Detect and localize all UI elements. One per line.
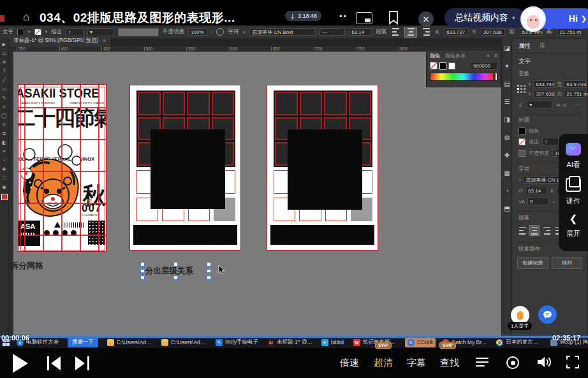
taskbar-item[interactable]: ▸bilibili bbox=[319, 338, 347, 347]
font-size-field[interactable]: 63.14 bbox=[526, 187, 547, 194]
chat-button[interactable] bbox=[538, 305, 557, 324]
tool-icon[interactable]: T bbox=[3, 69, 6, 74]
tool-icon[interactable]: ▶ bbox=[3, 42, 6, 47]
next-episode-button[interactable] bbox=[75, 356, 89, 370]
taskbar-item[interactable]: C:\Users\Admi... bbox=[105, 338, 155, 347]
panel-icon[interactable]: ◨ bbox=[504, 116, 510, 123]
tool-icon[interactable]: ⛶ bbox=[3, 176, 6, 181]
play-button[interactable] bbox=[13, 354, 28, 373]
ai-watch-label[interactable]: AI看 bbox=[566, 160, 580, 170]
tool-icon[interactable]: ✎ bbox=[2, 96, 6, 101]
tool-icon[interactable]: ≣ bbox=[2, 131, 6, 136]
rotate-field[interactable]: ▾ bbox=[527, 101, 552, 108]
tool-icon[interactable]: ✂ bbox=[2, 149, 6, 154]
arrange-button[interactable]: 排列 bbox=[552, 257, 583, 269]
white-swatch[interactable] bbox=[448, 62, 455, 69]
poster-layout-2[interactable] bbox=[129, 85, 241, 251]
search-icon[interactable]: ⌕ bbox=[518, 177, 521, 183]
tool-icon[interactable]: ✛ bbox=[2, 60, 6, 65]
width-field[interactable]: 63.9 mm bbox=[564, 80, 585, 88]
panel-icon[interactable]: ✚ bbox=[504, 152, 510, 159]
tool-icon[interactable]: ▭ bbox=[2, 51, 6, 56]
none-swatch[interactable] bbox=[430, 62, 437, 69]
summarize-video-button[interactable]: 总结视频内容▾ bbox=[445, 8, 526, 27]
selection-handle[interactable] bbox=[173, 275, 178, 280]
taskbar-item[interactable]: CCCtalk bbox=[405, 338, 436, 347]
tool-icon[interactable]: ✥ bbox=[2, 167, 6, 172]
poster-artwork-1[interactable]: ASAKII STORE ©ASAKII RIGHTS RESERVEDCREA… bbox=[18, 84, 107, 252]
settings-icon[interactable] bbox=[506, 356, 519, 369]
cache-indicator[interactable]: ⭳ 3:18:48 bbox=[285, 11, 321, 21]
assistant-avatar[interactable] bbox=[520, 6, 546, 32]
y-field[interactable]: 307.638 bbox=[533, 90, 555, 98]
panel-icon[interactable]: ◔ bbox=[505, 187, 509, 194]
align-left-icon[interactable] bbox=[517, 225, 527, 236]
tab-library[interactable]: 库 bbox=[540, 42, 546, 50]
fullscreen-icon[interactable] bbox=[566, 356, 579, 368]
panel-icon[interactable]: ✦ bbox=[504, 62, 510, 69]
subtitle-button[interactable]: 字幕 bbox=[407, 357, 426, 369]
panel-menu-icon[interactable]: ≡ bbox=[494, 53, 497, 59]
reference-point-widget[interactable] bbox=[517, 85, 526, 93]
selection-handle[interactable] bbox=[207, 275, 211, 280]
taskbar-item[interactable]: 日本的复古街头... bbox=[494, 337, 544, 347]
collapse-icon[interactable]: « bbox=[487, 53, 489, 59]
selection-handle[interactable] bbox=[207, 269, 211, 273]
ai-watch-icon[interactable] bbox=[566, 143, 581, 156]
more-dots-icon[interactable]: •• bbox=[339, 11, 348, 21]
taskbar-item[interactable]: Ai未标题-1* @ 50... bbox=[265, 337, 315, 347]
seek-bar[interactable] bbox=[0, 336, 588, 338]
stroke-width-field[interactable]: ↕ bbox=[542, 138, 559, 145]
panel-icon[interactable]: ⬒ bbox=[504, 205, 510, 212]
speed-button[interactable]: 倍速 bbox=[340, 357, 359, 369]
selection-handle[interactable] bbox=[207, 262, 211, 266]
more-options[interactable]: ··· bbox=[575, 101, 581, 108]
tracking-field[interactable]: 0 bbox=[527, 198, 549, 205]
courseware-icon[interactable] bbox=[566, 178, 581, 192]
panel-icon[interactable]: ▦ bbox=[504, 170, 510, 177]
stroke-swatch[interactable] bbox=[518, 138, 526, 145]
taskbar-item[interactable]: 搜索一下 bbox=[65, 336, 101, 349]
selection-handle[interactable] bbox=[140, 262, 145, 266]
panel-icon[interactable]: ☰ bbox=[504, 98, 510, 105]
raise-hand-button[interactable]: 1人举手 bbox=[508, 306, 532, 330]
pip-icon[interactable] bbox=[356, 12, 372, 24]
x-field[interactable]: 633.737 bbox=[533, 80, 555, 88]
tool-icon[interactable]: ◯ bbox=[1, 113, 6, 119]
bookmark-icon[interactable] bbox=[388, 10, 399, 25]
align-center-icon[interactable] bbox=[529, 225, 540, 236]
selection-handle[interactable] bbox=[140, 269, 145, 273]
tool-icon[interactable]: ⌗ bbox=[3, 105, 5, 110]
leading-icon[interactable]: ⇕ bbox=[550, 188, 554, 194]
tool-icon[interactable]: ▱ bbox=[3, 87, 6, 92]
taskbar-item[interactable]: C:\Users\Adm... bbox=[159, 338, 209, 347]
courseware-label[interactable]: 课件 bbox=[566, 196, 580, 206]
kerning-icon[interactable]: ⇔ bbox=[552, 199, 557, 205]
color-spectrum[interactable] bbox=[430, 73, 497, 81]
playlist-icon[interactable] bbox=[476, 358, 489, 367]
hex-field[interactable]: 000000 bbox=[471, 62, 497, 69]
tool-icon[interactable]: ⟐ bbox=[3, 122, 6, 127]
document-tab[interactable]: 未标题-1* @ 50% (RGB/GPU 预览) × bbox=[8, 35, 112, 47]
tab-properties[interactable]: 属性 bbox=[518, 42, 531, 50]
previous-episode-button[interactable] bbox=[47, 356, 61, 370]
tab-color-guide[interactable]: 颜色参考 bbox=[445, 52, 466, 59]
find-button[interactable]: 查找 bbox=[440, 357, 459, 369]
align-right-icon[interactable] bbox=[541, 225, 552, 236]
panel-icon[interactable]: ▤ bbox=[504, 80, 510, 87]
fill-swatch[interactable] bbox=[518, 127, 526, 134]
flip-icons[interactable]: ⇋ ⊿ bbox=[556, 102, 566, 108]
quality-button[interactable]: 超清 bbox=[374, 357, 393, 369]
expand-label[interactable]: 展开 bbox=[566, 229, 580, 238]
selection-handle[interactable] bbox=[140, 275, 145, 280]
volume-icon[interactable] bbox=[537, 356, 552, 368]
selected-text-object[interactable]: 分出层级关系 bbox=[142, 263, 209, 278]
selection-handle[interactable] bbox=[173, 262, 178, 266]
black-swatch[interactable] bbox=[439, 62, 446, 69]
poster-layout-3[interactable] bbox=[267, 85, 378, 251]
tool-icon[interactable]: ◉ bbox=[2, 185, 6, 190]
taskbar-item[interactable]: ✎inoty手绘电子 bbox=[213, 337, 261, 347]
panel-icon[interactable]: ◪ bbox=[504, 45, 510, 52]
tool-fill-stroke-swatch[interactable] bbox=[1, 194, 8, 200]
tab-color[interactable]: 颜色 bbox=[430, 52, 440, 59]
